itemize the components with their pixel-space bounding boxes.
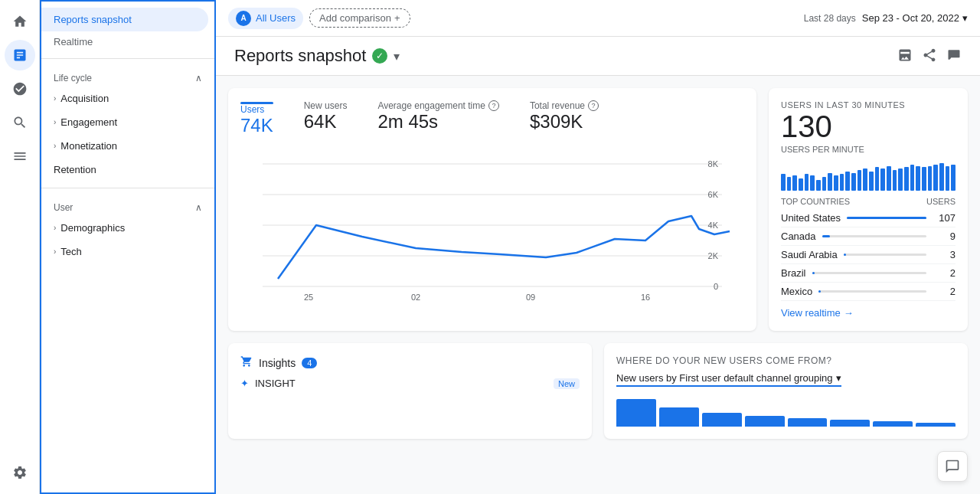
mini-bar	[792, 175, 797, 191]
mini-bar	[834, 175, 838, 191]
country-count: 2	[933, 286, 956, 297]
analytics-icon[interactable]	[5, 40, 35, 70]
sidebar-item-tech[interactable]: › Tech	[41, 240, 208, 263]
insights-card: Insights 4 ✦ INSIGHT New	[228, 343, 592, 439]
country-name: United States	[781, 212, 841, 224]
topbar-left: A All Users Add comparison +	[228, 8, 410, 29]
mini-bar	[799, 178, 803, 191]
metric-revenue-value: $309K	[530, 111, 599, 132]
icon-bar	[0, 0, 40, 494]
source-selector-dropdown[interactable]: New users by First user default channel …	[616, 372, 841, 387]
mini-bar	[922, 167, 926, 191]
source-bar	[659, 407, 699, 427]
mini-bar	[810, 175, 815, 191]
realtime-header-label: USERS IN LAST 30 MINUTES	[781, 100, 956, 110]
insights-wavy-icon[interactable]	[946, 47, 962, 65]
demographics-label: Demographics	[60, 222, 125, 234]
countries-list: United States 107 Canada 9 Saudi Arabia …	[781, 209, 956, 301]
country-row: Brazil 2	[781, 264, 956, 283]
metric-engagement-value: 2m 45s	[377, 111, 499, 132]
mini-bar	[851, 173, 856, 191]
user-section-header[interactable]: User ∧	[41, 195, 214, 216]
metric-users-value: 74K	[240, 115, 273, 136]
realtime-label: Realtime	[54, 36, 93, 47]
metrics-row: Users 74K New users 64K Average engageme…	[228, 88, 968, 331]
lifecycle-collapse-icon: ∧	[195, 73, 202, 83]
chevron-icon: ›	[54, 247, 56, 256]
revenue-info-icon[interactable]: ?	[588, 100, 599, 111]
country-name: Saudi Arabia	[781, 249, 838, 260]
view-realtime-link[interactable]: View realtime →	[781, 307, 956, 319]
date-dropdown-icon: ▾	[962, 12, 968, 24]
settings-icon[interactable]	[5, 457, 35, 488]
mini-bars-chart	[781, 160, 956, 191]
engagement-info-icon[interactable]: ?	[488, 100, 499, 111]
top-countries-label: TOP COUNTRIES	[781, 197, 850, 206]
all-users-label: All Users	[256, 12, 296, 24]
mini-bar	[822, 177, 827, 191]
sidebar-item-engagement[interactable]: › Engagement	[41, 110, 208, 134]
lifecycle-section-header[interactable]: Life cycle ∧	[41, 65, 214, 87]
mini-bar	[933, 165, 938, 191]
mini-bar	[893, 170, 897, 191]
source-bar	[702, 413, 742, 427]
chevron-icon: ›	[54, 142, 56, 150]
metric-revenue: Total revenue ? $309K	[530, 100, 599, 136]
source-bars-chart	[616, 396, 956, 427]
svg-text:0: 0	[714, 282, 718, 291]
sidebar-item-demographics[interactable]: › Demographics	[41, 216, 208, 240]
country-name: Mexico	[781, 286, 812, 297]
mini-bar	[787, 177, 792, 191]
country-bar	[847, 217, 926, 219]
tech-label: Tech	[60, 246, 81, 257]
star-icon: ✦	[240, 378, 249, 389]
date-range-selector[interactable]: Sep 23 - Oct 20, 2022 ▾	[862, 12, 968, 24]
sidebar-item-acquisition[interactable]: › Acquisition	[41, 87, 208, 110]
insights-wavy-icon-small	[240, 355, 253, 370]
last-period-label: Last 28 days	[804, 13, 856, 24]
insights-title: Insights	[259, 357, 296, 369]
country-count: 2	[933, 267, 956, 279]
country-name: Brazil	[781, 267, 806, 279]
retention-label: Retention	[54, 164, 96, 175]
sidebar-item-reports-snapshot[interactable]: Reports snapshot	[41, 8, 208, 31]
sidebar-item-monetization[interactable]: › Monetization	[41, 134, 208, 158]
mini-bar	[880, 168, 885, 191]
page-header: Reports snapshot ✓ ▾	[216, 37, 980, 76]
activity-icon[interactable]	[5, 74, 35, 104]
user-chip[interactable]: A All Users	[228, 8, 303, 29]
realtime-sublabel: USERS PER MINUTE	[781, 145, 956, 154]
insight-text-label: INSIGHT	[255, 378, 296, 389]
chevron-icon: ›	[54, 118, 56, 126]
svg-text:8K: 8K	[708, 159, 719, 168]
svg-text:16: 16	[641, 293, 650, 302]
country-bar	[822, 235, 831, 237]
reports-icon[interactable]	[5, 141, 35, 172]
country-count: 3	[933, 249, 956, 260]
add-comparison-button[interactable]: Add comparison +	[309, 8, 410, 28]
mini-bar	[869, 172, 874, 191]
export-icon[interactable]	[897, 47, 913, 65]
metric-revenue-label: Total revenue ?	[530, 100, 599, 111]
sidebar-item-retention[interactable]: Retention	[41, 158, 208, 182]
realtime-count: 130	[781, 110, 956, 143]
metric-engagement-label: Average engagement time ?	[377, 100, 499, 111]
metrics-header: Users 74K New users 64K Average engageme…	[240, 100, 744, 136]
plus-icon: +	[394, 12, 400, 24]
country-count: 107	[933, 212, 956, 224]
source-question: WHERE DO YOUR NEW USERS COME FROM?	[616, 355, 956, 366]
reports-snapshot-label: Reports snapshot	[54, 14, 132, 25]
country-count: 9	[933, 231, 956, 242]
home-icon[interactable]	[5, 6, 35, 37]
page-title-dropdown-button[interactable]: ▾	[394, 49, 400, 64]
line-chart: 8K 6K 4K 2K 0 25 Sep 02 Oct 09 16	[240, 149, 744, 302]
mini-bar	[845, 172, 850, 191]
share-icon[interactable]	[922, 47, 937, 65]
mini-bar	[863, 168, 867, 191]
feedback-button[interactable]	[937, 451, 968, 482]
sidebar-item-realtime[interactable]: Realtime	[41, 31, 208, 52]
acquisition-label: Acquisition	[60, 93, 109, 104]
search-icon[interactable]	[5, 107, 35, 138]
mini-bar	[805, 174, 809, 191]
mini-bar	[828, 173, 832, 191]
